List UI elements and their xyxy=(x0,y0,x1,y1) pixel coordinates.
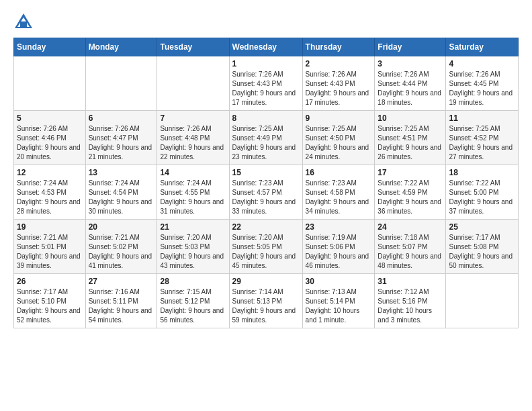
day-cell: 26Sunrise: 7:17 AM Sunset: 5:10 PM Dayli… xyxy=(14,274,86,328)
day-cell: 31Sunrise: 7:12 AM Sunset: 5:16 PM Dayli… xyxy=(375,274,446,328)
svg-rect-2 xyxy=(20,21,27,27)
day-info: Sunrise: 7:16 AM Sunset: 5:11 PM Dayligh… xyxy=(89,287,154,325)
day-cell: 27Sunrise: 7:16 AM Sunset: 5:11 PM Dayli… xyxy=(85,274,157,328)
day-cell: 17Sunrise: 7:22 AM Sunset: 4:59 PM Dayli… xyxy=(375,165,446,220)
day-info: Sunrise: 7:23 AM Sunset: 4:58 PM Dayligh… xyxy=(306,179,372,216)
day-info: Sunrise: 7:25 AM Sunset: 4:52 PM Dayligh… xyxy=(449,124,515,162)
day-cell: 13Sunrise: 7:24 AM Sunset: 4:54 PM Dayli… xyxy=(85,165,157,220)
day-info: Sunrise: 7:13 AM Sunset: 5:14 PM Dayligh… xyxy=(306,287,372,325)
day-info: Sunrise: 7:20 AM Sunset: 5:05 PM Dayligh… xyxy=(232,233,300,271)
day-info: Sunrise: 7:17 AM Sunset: 5:08 PM Dayligh… xyxy=(449,233,515,271)
day-number: 18 xyxy=(449,168,515,177)
week-row: 5Sunrise: 7:26 AM Sunset: 4:46 PM Daylig… xyxy=(14,111,519,165)
day-number: 3 xyxy=(378,59,443,68)
day-number: 13 xyxy=(89,168,154,177)
day-info: Sunrise: 7:19 AM Sunset: 5:06 PM Dayligh… xyxy=(306,233,372,271)
day-info: Sunrise: 7:22 AM Sunset: 5:00 PM Dayligh… xyxy=(449,179,515,216)
day-cell: 8Sunrise: 7:25 AM Sunset: 4:49 PM Daylig… xyxy=(229,111,302,165)
day-number: 5 xyxy=(17,113,83,123)
day-info: Sunrise: 7:22 AM Sunset: 4:59 PM Dayligh… xyxy=(378,179,443,216)
logo xyxy=(13,11,36,31)
day-info: Sunrise: 7:26 AM Sunset: 4:43 PM Dayligh… xyxy=(306,70,372,107)
day-cell xyxy=(157,56,229,111)
day-number: 24 xyxy=(378,222,443,232)
day-info: Sunrise: 7:24 AM Sunset: 4:55 PM Dayligh… xyxy=(160,179,226,216)
day-cell: 14Sunrise: 7:24 AM Sunset: 4:55 PM Dayli… xyxy=(157,165,229,220)
day-number: 29 xyxy=(232,277,300,286)
day-number: 30 xyxy=(306,277,372,286)
day-cell: 16Sunrise: 7:23 AM Sunset: 4:58 PM Dayli… xyxy=(302,165,375,220)
day-info: Sunrise: 7:24 AM Sunset: 4:54 PM Dayligh… xyxy=(89,179,154,216)
day-number: 21 xyxy=(160,222,226,232)
day-cell: 5Sunrise: 7:26 AM Sunset: 4:46 PM Daylig… xyxy=(14,111,86,165)
week-row: 26Sunrise: 7:17 AM Sunset: 5:10 PM Dayli… xyxy=(14,274,519,328)
day-info: Sunrise: 7:15 AM Sunset: 5:12 PM Dayligh… xyxy=(160,287,226,325)
day-number: 15 xyxy=(232,168,300,177)
day-cell: 11Sunrise: 7:25 AM Sunset: 4:52 PM Dayli… xyxy=(446,111,519,165)
day-cell: 21Sunrise: 7:20 AM Sunset: 5:03 PM Dayli… xyxy=(157,220,229,274)
day-info: Sunrise: 7:23 AM Sunset: 4:57 PM Dayligh… xyxy=(232,179,300,216)
day-number: 9 xyxy=(306,113,372,123)
day-cell: 25Sunrise: 7:17 AM Sunset: 5:08 PM Dayli… xyxy=(446,220,519,274)
day-number: 17 xyxy=(378,168,443,177)
day-info: Sunrise: 7:26 AM Sunset: 4:45 PM Dayligh… xyxy=(449,70,515,107)
day-cell xyxy=(14,56,86,111)
day-cell: 3Sunrise: 7:26 AM Sunset: 4:44 PM Daylig… xyxy=(375,56,446,111)
day-number: 19 xyxy=(17,222,83,232)
day-number: 28 xyxy=(160,277,226,286)
week-row: 19Sunrise: 7:21 AM Sunset: 5:01 PM Dayli… xyxy=(14,220,519,274)
header xyxy=(13,11,519,31)
day-cell: 6Sunrise: 7:26 AM Sunset: 4:47 PM Daylig… xyxy=(85,111,157,165)
day-info: Sunrise: 7:20 AM Sunset: 5:03 PM Dayligh… xyxy=(160,233,226,271)
day-number: 25 xyxy=(449,222,515,232)
day-cell: 19Sunrise: 7:21 AM Sunset: 5:01 PM Dayli… xyxy=(14,220,86,274)
calendar: SundayMondayTuesdayWednesdayThursdayFrid… xyxy=(13,38,519,328)
day-cell: 20Sunrise: 7:21 AM Sunset: 5:02 PM Dayli… xyxy=(85,220,157,274)
day-header: Thursday xyxy=(302,38,375,56)
day-number: 1 xyxy=(232,59,300,68)
day-header: Saturday xyxy=(446,38,519,56)
day-cell: 18Sunrise: 7:22 AM Sunset: 5:00 PM Dayli… xyxy=(446,165,519,220)
day-info: Sunrise: 7:26 AM Sunset: 4:46 PM Dayligh… xyxy=(17,124,83,162)
day-number: 23 xyxy=(306,222,372,232)
day-info: Sunrise: 7:17 AM Sunset: 5:10 PM Dayligh… xyxy=(17,287,83,325)
day-header: Sunday xyxy=(14,38,86,56)
day-number: 8 xyxy=(232,113,300,123)
day-number: 2 xyxy=(306,59,372,68)
day-info: Sunrise: 7:26 AM Sunset: 4:43 PM Dayligh… xyxy=(232,70,300,107)
day-cell: 12Sunrise: 7:24 AM Sunset: 4:53 PM Dayli… xyxy=(14,165,86,220)
day-number: 27 xyxy=(89,277,154,286)
day-info: Sunrise: 7:25 AM Sunset: 4:50 PM Dayligh… xyxy=(306,124,372,162)
day-number: 20 xyxy=(89,222,154,232)
day-number: 10 xyxy=(378,113,443,123)
day-number: 26 xyxy=(17,277,83,286)
day-info: Sunrise: 7:18 AM Sunset: 5:07 PM Dayligh… xyxy=(378,233,443,271)
day-number: 4 xyxy=(449,59,515,68)
day-number: 31 xyxy=(378,277,443,286)
logo-icon xyxy=(13,11,34,31)
day-cell: 24Sunrise: 7:18 AM Sunset: 5:07 PM Dayli… xyxy=(375,220,446,274)
day-info: Sunrise: 7:25 AM Sunset: 4:51 PM Dayligh… xyxy=(378,124,443,162)
day-info: Sunrise: 7:21 AM Sunset: 5:02 PM Dayligh… xyxy=(89,233,154,271)
day-cell: 15Sunrise: 7:23 AM Sunset: 4:57 PM Dayli… xyxy=(229,165,302,220)
day-cell: 23Sunrise: 7:19 AM Sunset: 5:06 PM Dayli… xyxy=(302,220,375,274)
day-cell: 10Sunrise: 7:25 AM Sunset: 4:51 PM Dayli… xyxy=(375,111,446,165)
day-number: 12 xyxy=(17,168,83,177)
day-number: 14 xyxy=(160,168,226,177)
day-cell xyxy=(446,274,519,328)
day-cell: 30Sunrise: 7:13 AM Sunset: 5:14 PM Dayli… xyxy=(302,274,375,328)
day-number: 7 xyxy=(160,113,226,123)
day-number: 16 xyxy=(306,168,372,177)
header-row: SundayMondayTuesdayWednesdayThursdayFrid… xyxy=(14,38,519,56)
day-info: Sunrise: 7:12 AM Sunset: 5:16 PM Dayligh… xyxy=(378,287,443,325)
day-cell: 2Sunrise: 7:26 AM Sunset: 4:43 PM Daylig… xyxy=(302,56,375,111)
day-number: 6 xyxy=(89,113,154,123)
day-info: Sunrise: 7:26 AM Sunset: 4:44 PM Dayligh… xyxy=(378,70,443,107)
day-cell: 1Sunrise: 7:26 AM Sunset: 4:43 PM Daylig… xyxy=(229,56,302,111)
day-number: 11 xyxy=(449,113,515,123)
week-row: 12Sunrise: 7:24 AM Sunset: 4:53 PM Dayli… xyxy=(14,165,519,220)
day-number: 22 xyxy=(232,222,300,232)
day-cell: 4Sunrise: 7:26 AM Sunset: 4:45 PM Daylig… xyxy=(446,56,519,111)
week-row: 1Sunrise: 7:26 AM Sunset: 4:43 PM Daylig… xyxy=(14,56,519,111)
day-cell: 29Sunrise: 7:14 AM Sunset: 5:13 PM Dayli… xyxy=(229,274,302,328)
